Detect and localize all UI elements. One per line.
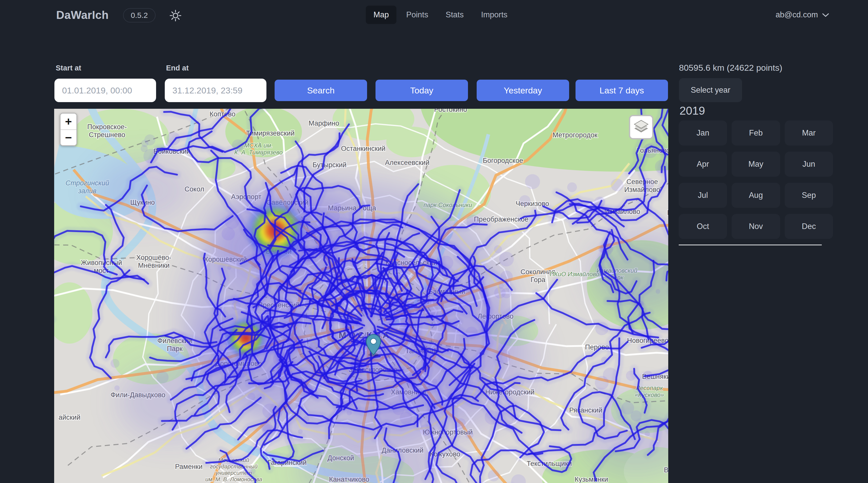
zoom-in-button[interactable]: +: [61, 114, 76, 129]
select-year-button[interactable]: Select year: [679, 78, 742, 102]
today-button[interactable]: Today: [375, 79, 468, 101]
month-button-apr[interactable]: Apr: [679, 152, 727, 176]
start-at-label: Start at: [56, 64, 81, 72]
yesterday-button[interactable]: Yesterday: [477, 79, 569, 101]
map-place-label: Кузьминки: [575, 476, 608, 483]
app-window: DaWarIch 0.5.2 Map Points Stats Imports …: [0, 0, 868, 483]
map-place-label: Богородское: [483, 157, 523, 164]
map-place-label: Останкинский: [341, 145, 385, 152]
tab-points[interactable]: Points: [399, 6, 436, 24]
layers-icon: [633, 118, 650, 136]
month-button-mar[interactable]: Mar: [785, 121, 833, 146]
map-place-label: Бутырский: [313, 161, 347, 169]
last-7-days-button[interactable]: Last 7 days: [576, 79, 668, 101]
distance-points-stat: 80595.6 km (24622 points): [679, 63, 782, 73]
zoom-control: + −: [60, 113, 77, 146]
leaflet-map[interactable]: Покровское-СтрешневоКоптевоТимирязевский…: [54, 109, 668, 483]
map-place-label: Покровское-Стрешнево: [87, 123, 127, 139]
map-place-label: Марфино: [309, 120, 339, 127]
nav-tabs: Map Points Stats Imports: [366, 6, 515, 24]
chevron-down-icon: [822, 10, 829, 20]
month-button-sep[interactable]: Sep: [785, 183, 833, 208]
sidebar-divider: [679, 245, 822, 245]
month-button-oct[interactable]: Oct: [679, 214, 727, 239]
map-place-label: Метрогородок: [553, 131, 597, 139]
map-place-label: Ростокино: [434, 109, 467, 114]
map-place-label: Хорошёво-Мнёвники: [136, 254, 171, 269]
map-place-label: Алексеевский: [385, 159, 429, 166]
app-logo[interactable]: DaWarIch: [56, 9, 108, 22]
layers-control[interactable]: [629, 115, 653, 139]
map-canvas: Покровское-СтрешневоКоптевоТимирязевский…: [54, 109, 668, 483]
start-date-input[interactable]: [54, 78, 156, 102]
month-button-aug[interactable]: Aug: [732, 183, 780, 208]
end-at-label: End at: [166, 64, 189, 72]
month-button-feb[interactable]: Feb: [732, 121, 780, 146]
month-button-may[interactable]: May: [732, 152, 780, 176]
tab-map[interactable]: Map: [366, 6, 397, 24]
map-place-label: Раменки: [175, 463, 203, 471]
tab-stats[interactable]: Stats: [438, 6, 471, 24]
account-email: ab@cd.com: [776, 10, 818, 20]
end-date-input[interactable]: [165, 78, 267, 102]
account-menu[interactable]: ab@cd.com: [776, 10, 829, 20]
month-button-jul[interactable]: Jul: [679, 183, 727, 208]
month-button-nov[interactable]: Nov: [732, 214, 780, 239]
theme-toggle-sun-icon[interactable]: [169, 9, 182, 22]
tab-imports[interactable]: Imports: [473, 6, 515, 24]
year-heading: 2019: [680, 104, 705, 118]
search-button[interactable]: Search: [275, 79, 367, 101]
month-grid: Jan Feb Mar Apr May Jun Jul Aug Sep Oct …: [679, 121, 833, 239]
month-button-dec[interactable]: Dec: [785, 214, 833, 239]
month-button-jan[interactable]: Jan: [679, 121, 727, 146]
month-button-jun[interactable]: Jun: [785, 152, 833, 176]
version-badge: 0.5.2: [123, 8, 156, 23]
zoom-out-button[interactable]: −: [61, 129, 76, 145]
map-place-label: айский: [59, 414, 81, 421]
